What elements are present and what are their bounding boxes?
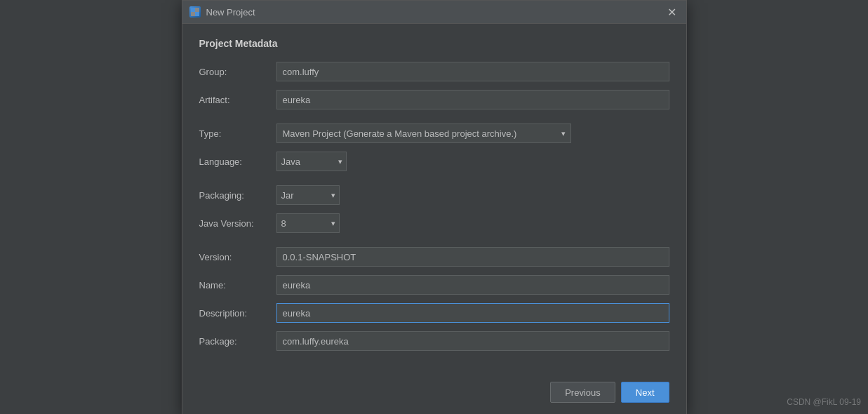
version-label: Version: (199, 252, 276, 262)
java-version-row: Java Version: 8 11 17 (199, 213, 669, 233)
artifact-label: Artifact: (199, 95, 276, 105)
artifact-row: Artifact: (199, 90, 669, 109)
description-row: Description: (199, 303, 669, 323)
close-button[interactable]: ✕ (665, 5, 679, 19)
packaging-select[interactable]: Jar War (276, 185, 340, 205)
package-label: Package: (199, 336, 276, 347)
java-version-select[interactable]: 8 11 17 (276, 213, 340, 233)
svg-rect-2 (195, 8, 199, 12)
group-label: Group: (199, 67, 276, 77)
description-label: Description: (199, 308, 276, 319)
package-input[interactable] (276, 331, 669, 351)
type-label: Type: (199, 128, 276, 139)
artifact-input[interactable] (276, 90, 669, 109)
language-select-wrapper: Java Kotlin Groovy (276, 152, 347, 171)
app-icon (189, 6, 201, 18)
group-input[interactable] (276, 62, 669, 81)
version-input[interactable] (276, 247, 669, 267)
dialog-title: New Project (206, 7, 660, 18)
packaging-label: Packaging: (199, 190, 276, 201)
packaging-select-wrapper: Jar War (276, 185, 340, 205)
name-row: Name: (199, 275, 669, 295)
type-row: Type: Maven Project (Generate a Maven ba… (199, 123, 669, 143)
name-label: Name: (199, 280, 276, 291)
description-input[interactable] (276, 303, 669, 323)
next-button[interactable]: Next (621, 382, 669, 403)
dialog-content: Project Metadata Group: Artifact: Type: … (182, 24, 686, 373)
name-input[interactable] (276, 275, 669, 295)
type-select[interactable]: Maven Project (Generate a Maven based pr… (276, 123, 571, 143)
version-row: Version: (199, 247, 669, 267)
svg-rect-3 (191, 12, 195, 16)
language-select[interactable]: Java Kotlin Groovy (276, 152, 347, 171)
type-select-wrapper: Maven Project (Generate a Maven based pr… (276, 123, 571, 143)
java-version-label: Java Version: (199, 218, 276, 229)
language-label: Language: (199, 156, 276, 167)
section-title: Project Metadata (199, 38, 669, 49)
group-row: Group: (199, 62, 669, 81)
language-row: Language: Java Kotlin Groovy (199, 152, 669, 171)
svg-rect-1 (195, 12, 199, 16)
java-version-select-wrapper: 8 11 17 (276, 213, 340, 233)
packaging-row: Packaging: Jar War (199, 185, 669, 205)
dialog-footer: Previous Next (182, 373, 686, 414)
svg-rect-0 (191, 8, 195, 12)
title-bar: New Project ✕ (182, 1, 686, 24)
new-project-dialog: New Project ✕ Project Metadata Group: Ar… (182, 0, 687, 414)
package-row: Package: (199, 331, 669, 351)
previous-button[interactable]: Previous (550, 382, 615, 403)
watermark: CSDN @FikL 09-19 (787, 397, 861, 407)
